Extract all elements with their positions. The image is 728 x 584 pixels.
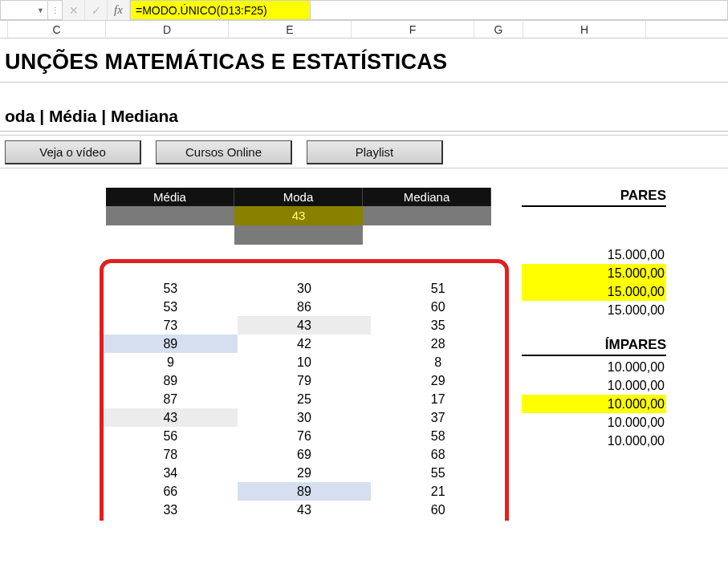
cell-e[interactable]: 43 — [238, 501, 372, 519]
data-row: 786968 — [104, 445, 505, 464]
data-row: 334360 — [104, 501, 505, 519]
data-row: 567658 — [104, 427, 505, 445]
cell-f[interactable]: 8 — [371, 353, 505, 371]
cell-d[interactable]: 9 — [104, 353, 238, 371]
summary-mediana-value[interactable] — [363, 206, 491, 225]
impares-value[interactable]: 10.000,00 — [522, 395, 666, 413]
data-row: 538660 — [104, 298, 505, 316]
cell-f[interactable]: 55 — [371, 464, 505, 482]
cell-d[interactable]: 56 — [104, 427, 238, 445]
content-area: Média Moda Mediana 43 533051538660734335… — [0, 188, 728, 521]
cell-d[interactable]: 89 — [104, 371, 238, 390]
formula-input[interactable]: =MODO.ÚNICO(D13:F25) — [130, 0, 311, 20]
cell-e[interactable]: 29 — [238, 464, 372, 482]
cell-d[interactable]: 33 — [104, 501, 238, 519]
summary-pad-mid — [234, 225, 363, 245]
cell-d[interactable]: 78 — [104, 445, 238, 464]
summary-table: Média Moda Mediana 43 — [106, 188, 491, 245]
cell-e[interactable]: 10 — [238, 353, 372, 371]
cell-f[interactable]: 35 — [371, 316, 505, 335]
spacer — [522, 209, 666, 245]
cell-d[interactable]: 53 — [104, 279, 238, 298]
spacer — [522, 319, 666, 337]
cell-e[interactable]: 76 — [238, 427, 372, 445]
summary-header-moda: Moda — [234, 188, 363, 206]
data-row: 872517 — [104, 390, 505, 408]
data-row: 342955 — [104, 464, 505, 482]
summary-header-media: Média — [106, 188, 234, 206]
cell-f[interactable]: 51 — [371, 279, 505, 298]
impares-value[interactable]: 10.000,00 — [522, 358, 666, 376]
cell-f[interactable]: 58 — [371, 427, 505, 445]
cell-d[interactable]: 89 — [104, 335, 238, 353]
cell-f[interactable]: 29 — [371, 371, 505, 390]
cell-e[interactable]: 89 — [238, 482, 372, 501]
cell-f[interactable]: 21 — [371, 482, 505, 501]
cell-f[interactable]: 60 — [371, 298, 505, 316]
cell-f[interactable]: 68 — [371, 445, 505, 464]
cell-e[interactable]: 69 — [238, 445, 372, 464]
column-header-c[interactable]: C — [8, 21, 106, 38]
pares-value[interactable]: 15.000,00 — [522, 245, 666, 264]
summary-moda-value[interactable]: 43 — [234, 206, 363, 225]
expand-formula-icon[interactable]: ⋮ — [48, 0, 63, 20]
pares-value[interactable]: 15.000,00 — [522, 282, 666, 301]
cell-d[interactable]: 43 — [104, 408, 238, 427]
cancel-formula-icon: ✕ — [63, 0, 85, 20]
column-header-f[interactable]: F — [352, 21, 474, 38]
column-header-blank — [0, 21, 8, 38]
cell-d[interactable]: 73 — [104, 316, 238, 335]
impares-value[interactable]: 10.000,00 — [522, 376, 666, 395]
summary-pad-left — [106, 225, 234, 245]
cell-d[interactable]: 34 — [104, 464, 238, 482]
name-box-dropdown-icon[interactable]: ▼ — [37, 6, 44, 14]
cell-f[interactable]: 37 — [371, 408, 505, 427]
data-row: 894228 — [104, 335, 505, 353]
impares-value[interactable]: 10.000,00 — [522, 432, 666, 450]
divider — [0, 81, 728, 83]
divider — [0, 131, 728, 132]
data-row: 433037 — [104, 408, 505, 427]
cell-e[interactable]: 30 — [238, 279, 372, 298]
column-header-e[interactable]: E — [229, 21, 352, 38]
pares-value[interactable]: 15.000,00 — [522, 301, 666, 319]
cell-f[interactable]: 28 — [371, 335, 505, 353]
column-header-d[interactable]: D — [106, 21, 229, 38]
cell-e[interactable]: 25 — [238, 390, 372, 408]
page-title: UNÇÕES MATEMÁTICAS E ESTATÍSTICAS — [0, 39, 728, 76]
name-box[interactable]: ▼ — [0, 0, 48, 20]
pares-header: PARES — [522, 188, 666, 207]
data-row: 668921 — [104, 482, 505, 501]
cell-d[interactable]: 66 — [104, 482, 238, 501]
impares-value[interactable]: 10.000,00 — [522, 413, 666, 432]
cell-f[interactable]: 60 — [371, 501, 505, 519]
data-row: 9108 — [104, 353, 505, 371]
cell-f[interactable]: 17 — [371, 390, 505, 408]
summary-pad-right — [363, 225, 491, 245]
button-row: Veja o vídeo Cursos Online Playlist — [0, 135, 728, 168]
cell-d[interactable]: 87 — [104, 390, 238, 408]
data-box: 5330515386607343358942289108897929872517… — [100, 259, 509, 521]
cell-e[interactable]: 79 — [238, 371, 372, 390]
data-row: 533051 — [104, 279, 505, 298]
cell-e[interactable]: 86 — [238, 298, 372, 316]
data-row: 897929 — [104, 371, 505, 390]
fx-icon[interactable]: fx — [108, 0, 130, 20]
right-column: PARES 15.000,0015.000,0015.000,0015.000,… — [522, 188, 666, 450]
formula-bar: ▼ ⋮ ✕ ✓ fx =MODO.ÚNICO(D13:F25) — [0, 0, 728, 21]
column-header-h[interactable]: H — [523, 21, 646, 38]
cell-d[interactable]: 53 — [104, 298, 238, 316]
playlist-button[interactable]: Playlist — [307, 140, 443, 164]
column-header-g[interactable]: G — [474, 21, 523, 38]
summary-header-mediana: Mediana — [363, 188, 491, 206]
cell-e[interactable]: 42 — [238, 335, 372, 353]
summary-media-value[interactable] — [106, 206, 234, 225]
video-button[interactable]: Veja o vídeo — [5, 140, 141, 164]
cursos-button[interactable]: Cursos Online — [156, 140, 292, 164]
confirm-formula-icon: ✓ — [85, 0, 108, 20]
cell-e[interactable]: 43 — [238, 316, 372, 335]
pares-value[interactable]: 15.000,00 — [522, 264, 666, 282]
formula-input-extra[interactable] — [311, 0, 728, 20]
impares-header: ÍMPARES — [522, 337, 666, 356]
cell-e[interactable]: 30 — [238, 408, 372, 427]
